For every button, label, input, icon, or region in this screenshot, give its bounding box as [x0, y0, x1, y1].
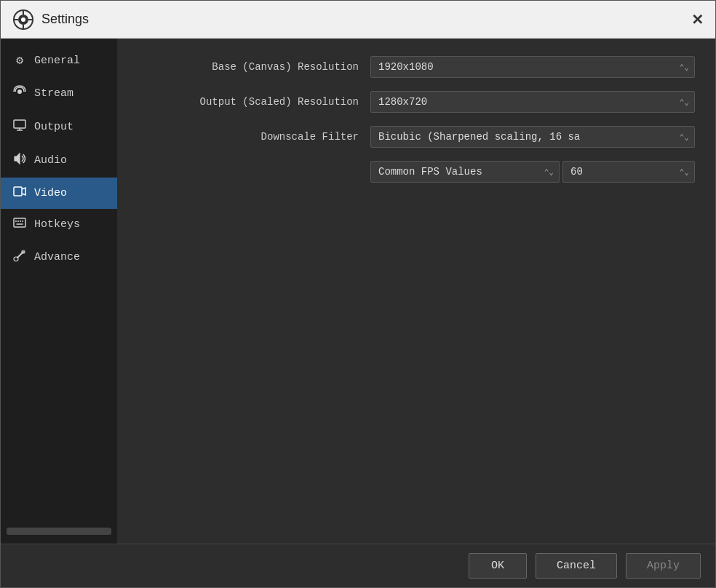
stream-icon	[12, 85, 27, 102]
downscale-filter-row: Downscale Filter Bicubic (Sharpened scal…	[138, 126, 695, 148]
cancel-button[interactable]: Cancel	[536, 553, 617, 579]
base-resolution-label: Base (Canvas) Resolution	[138, 61, 370, 73]
audio-icon	[12, 152, 27, 169]
apply-button[interactable]: Apply	[626, 553, 701, 579]
content-area: ⚙ General Stream	[1, 39, 715, 544]
sidebar-item-audio[interactable]: Audio	[1, 143, 117, 178]
sidebar-label-advance: Advance	[34, 251, 80, 263]
sidebar-label-general: General	[34, 55, 80, 67]
sidebar-label-stream: Stream	[34, 87, 73, 100]
downscale-filter-select-wrapper: Bicubic (Sharpened scaling, 16 sa Biline…	[370, 126, 695, 148]
video-icon	[12, 186, 27, 200]
sidebar-label-video: Video	[34, 187, 67, 199]
base-resolution-row: Base (Canvas) Resolution 1920x1080 1280x…	[138, 56, 695, 78]
output-resolution-control: 1280x720 1920x1080 1366x768 854x480 640x…	[370, 91, 695, 113]
base-resolution-select-wrapper: 1920x1080 1280x720 1366x768 2560x1440 38…	[370, 56, 695, 78]
sidebar-item-output[interactable]: Output	[1, 111, 117, 143]
fps-row: placeholder Common FPS Values Integer FP…	[138, 161, 695, 183]
wrench-icon	[12, 249, 27, 266]
gear-icon: ⚙	[12, 53, 27, 68]
fps-controls: Common FPS Values Integer FPS Value Frac…	[370, 161, 695, 183]
sidebar: ⚙ General Stream	[1, 39, 117, 544]
fps-value-select[interactable]: 60 30 24 25 50 120	[562, 161, 695, 183]
main-panel: Base (Canvas) Resolution 1920x1080 1280x…	[117, 39, 715, 544]
sidebar-label-output: Output	[34, 121, 73, 133]
svg-rect-11	[14, 187, 22, 196]
sidebar-item-video[interactable]: Video	[1, 178, 117, 209]
base-resolution-control: 1920x1080 1280x720 1366x768 2560x1440 38…	[370, 56, 695, 78]
keyboard-icon	[12, 218, 27, 231]
svg-point-2	[21, 17, 25, 22]
ok-button[interactable]: OK	[469, 553, 527, 579]
output-resolution-select-wrapper: 1280x720 1920x1080 1366x768 854x480 640x…	[370, 91, 695, 113]
window-title: Settings	[41, 12, 89, 27]
title-bar: Settings ✕	[1, 1, 715, 39]
sidebar-item-hotkeys[interactable]: Hotkeys	[1, 209, 117, 240]
svg-rect-12	[14, 218, 25, 227]
sidebar-item-general[interactable]: ⚙ General	[1, 44, 117, 76]
close-button[interactable]: ✕	[691, 12, 704, 27]
fps-type-select[interactable]: Common FPS Values Integer FPS Value Frac…	[370, 161, 560, 183]
downscale-filter-select[interactable]: Bicubic (Sharpened scaling, 16 sa Biline…	[370, 126, 695, 148]
svg-rect-8	[14, 120, 25, 128]
app-logo	[12, 9, 34, 31]
sidebar-label-audio: Audio	[34, 154, 67, 167]
title-bar-left: Settings	[12, 9, 89, 31]
settings-window: Settings ✕ ⚙ General	[0, 0, 716, 588]
downscale-filter-label: Downscale Filter	[138, 131, 370, 143]
base-resolution-select[interactable]: 1920x1080 1280x720 1366x768 2560x1440 38…	[370, 56, 695, 78]
sidebar-scrollbar	[7, 528, 111, 535]
fps-type-select-wrapper: Common FPS Values Integer FPS Value Frac…	[370, 161, 560, 183]
output-resolution-select[interactable]: 1280x720 1920x1080 1366x768 854x480 640x…	[370, 91, 695, 113]
sidebar-item-stream[interactable]: Stream	[1, 76, 117, 111]
output-resolution-label: Output (Scaled) Resolution	[138, 96, 370, 108]
svg-point-7	[17, 90, 22, 94]
bottom-bar: OK Cancel Apply	[1, 544, 715, 587]
sidebar-label-hotkeys: Hotkeys	[34, 218, 80, 231]
sidebar-item-advance[interactable]: Advance	[1, 240, 117, 274]
monitor-icon	[12, 119, 27, 135]
downscale-filter-control: Bicubic (Sharpened scaling, 16 sa Biline…	[370, 126, 695, 148]
fps-value-select-wrapper: 60 30 24 25 50 120	[562, 161, 695, 183]
output-resolution-row: Output (Scaled) Resolution 1280x720 1920…	[138, 91, 695, 113]
